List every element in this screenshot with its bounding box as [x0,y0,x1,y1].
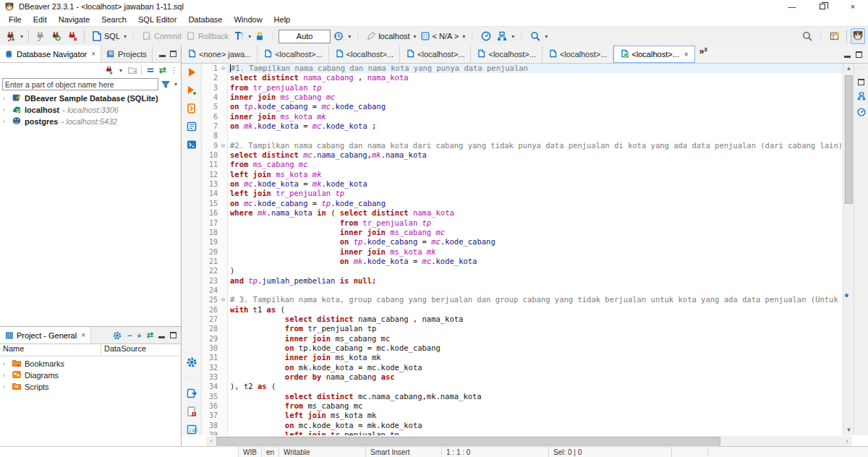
project-item-scripts[interactable]: ›Scripts [0,381,181,393]
status-selection[interactable]: Sel: 0 | 0 [549,447,672,457]
save-log-icon[interactable] [186,406,197,417]
code-line-8[interactable]: 8 [202,131,843,140]
code-line-1[interactable]: 1⊖#1. Tampilkan nama cabang dan nama kot… [202,64,843,73]
scroll-down-arrow[interactable]: ▼ [843,425,854,435]
sql-console-icon[interactable] [186,139,197,150]
editor-tab-6[interactable]: <localhost>... [542,46,613,63]
connect-button[interactable] [33,29,48,43]
vertical-scroll-thumb[interactable] [845,75,853,204]
code-line-12[interactable]: 12left join ms_kota mk [202,170,843,179]
editor-tab-7[interactable]: <localhost>...× [613,46,694,63]
code-line-20[interactable]: 20 inner join ms_kota mk [202,247,843,257]
expand-chevron-icon[interactable]: › [3,106,9,114]
menu-window[interactable]: Window [228,14,268,25]
minimize-project-panel-icon[interactable] [158,336,165,338]
editor-tab-2[interactable]: <localhost>... [258,46,328,63]
quick-search-button[interactable] [527,29,543,43]
code-line-37[interactable]: 37 left join ms_kota mk [202,411,843,420]
disconnect-button[interactable] [64,29,80,43]
code-line-33[interactable]: 33 order by nama_cabang asc [202,372,843,382]
close-navigator-tab-icon[interactable]: × [91,50,95,58]
tab-project-general[interactable]: Project - General × [0,327,91,343]
code-line-7[interactable]: 7on mk.kode_kota = mc.kode_kota ; [202,121,843,131]
code-line-31[interactable]: 31 inner join ms_kota mk [202,353,843,362]
view-menu-icon[interactable]: ⋮ [170,66,178,75]
export-result-icon[interactable] [186,388,197,399]
sql-editor-button[interactable]: SQL [88,29,122,43]
code-line-13[interactable]: 13on mc.kode_kota = mk.kode_kota [202,179,843,189]
history-dropdown[interactable]: ▾ [346,33,352,40]
new-folder-icon[interactable] [127,65,137,75]
code-line-18[interactable]: 18 inner join ms_cabang mc [202,228,843,237]
code-line-36[interactable]: 36 from ms_cabang mc [202,401,843,411]
code-line-6[interactable]: 6inner join ms_kota mk [202,112,843,121]
transaction-mode-button[interactable] [231,29,247,43]
scroll-up-arrow[interactable]: ▲ [843,64,854,74]
server-tasks-dropdown[interactable]: ▾ [510,33,516,40]
quick-search-dropdown[interactable]: ▾ [543,33,549,40]
code-line-27[interactable]: 27 select distinct nama_cabang , nama_ko… [202,315,843,324]
scroll-right-arrow[interactable]: › [842,437,852,445]
menu-navigate[interactable]: Navigate [53,14,95,25]
editor-tab-1[interactable]: <none> jawa... [182,46,258,63]
minimize-panel-icon[interactable] [159,55,166,57]
navigator-item-dbeaver[interactable]: ›DBeaver Sample Database (SQLite) [0,93,181,104]
maximize-editor-icon[interactable] [856,51,862,58]
code-line-39[interactable]: 39 left join tr_penjualan tp [202,430,843,435]
code-line-30[interactable]: 30 on tp.kode_cabang = mc.kode_cabang [202,343,843,353]
lock-button[interactable] [252,30,267,43]
status-language[interactable]: en [262,447,279,457]
open-perspective-button[interactable] [827,29,843,43]
editor-tab-5[interactable]: <localhost>... [471,46,542,63]
tab-projects[interactable]: Projects [101,46,153,62]
menu-file[interactable]: File [3,14,27,25]
menu-sql-editor[interactable]: SQL Editor [132,14,182,25]
code-line-16[interactable]: 16where mk.nama_kota in ( select distinc… [202,208,843,218]
code-line-19[interactable]: 19 on tp.kode_cabang = mc.kode_cabang [202,237,843,247]
restore-window-button[interactable] [807,0,838,13]
reconnect-button[interactable] [48,29,64,43]
output-console-icon[interactable]: [a] [186,424,197,435]
link-with-editor-icon[interactable]: ⇄ [159,65,166,75]
project-item-diagrams[interactable]: ›Diagrams [0,370,181,381]
project-settings-gear-icon[interactable] [112,330,122,341]
link-editor-icon[interactable]: ⇄ [147,330,153,340]
collapse-item-icon[interactable]: − [127,331,132,340]
code-line-24[interactable]: 24 [202,286,843,295]
status-writable[interactable]: Writable [279,447,366,457]
restore-view-icon[interactable] [858,79,864,85]
expand-item-icon[interactable]: + [137,331,141,340]
code-line-9[interactable]: 9⊖#2. Tampilkan nama cabang dan nama kot… [202,141,843,150]
maximize-panel-icon[interactable] [170,51,176,57]
transaction-dropdown[interactable]: ▾ [247,33,252,40]
tab-database-navigator[interactable]: Database Navigator × [0,46,101,62]
code-line-34[interactable]: 34), t2 as ( [202,382,843,391]
code-line-17[interactable]: 17 from tr_penjualan tp [202,218,843,228]
expand-chevron-icon[interactable]: › [3,95,9,102]
editor-tab-4[interactable]: <localhost>... [400,46,471,63]
code-line-15[interactable]: 15on mc.kode_cabang = tp.kode_cabang [202,199,843,208]
collapse-all-icon[interactable] [145,65,156,75]
column-header-name[interactable]: Name [0,344,101,356]
status-timezone[interactable]: WIB [239,447,262,457]
code-line-21[interactable]: 21 on mk.kode_kota = mc.kode_kota [202,257,843,266]
code-line-26[interactable]: 26with t1 as ( [202,305,843,315]
transaction-auto-combo[interactable]: Auto [278,30,331,43]
code-line-3[interactable]: 3from tr_penjualan tp [202,83,843,93]
menu-database[interactable]: Database [182,14,228,25]
server-tasks-button[interactable] [494,29,510,43]
nav-new-connection-dropdown[interactable]: ▾ [118,67,124,74]
horizontal-scroll-thumb[interactable] [216,437,720,445]
scroll-left-arrow[interactable]: ‹ [206,437,216,445]
execute-new-tab-icon[interactable] [186,85,197,96]
minimize-window-button[interactable]: — [777,0,807,13]
execute-statement-icon[interactable] [186,67,197,78]
fold-marker-icon[interactable]: ⊖ [219,64,228,73]
maximize-project-panel-icon[interactable] [170,332,176,338]
object-filter-input[interactable] [2,78,158,90]
dashboard-button[interactable] [478,29,494,43]
close-project-tab-icon[interactable]: × [81,331,85,339]
code-line-32[interactable]: 32 on mk.kode_kota = mc.kode_kota [202,363,843,372]
close-window-button[interactable]: × [838,0,868,13]
filter-funnel-icon[interactable] [161,80,171,90]
